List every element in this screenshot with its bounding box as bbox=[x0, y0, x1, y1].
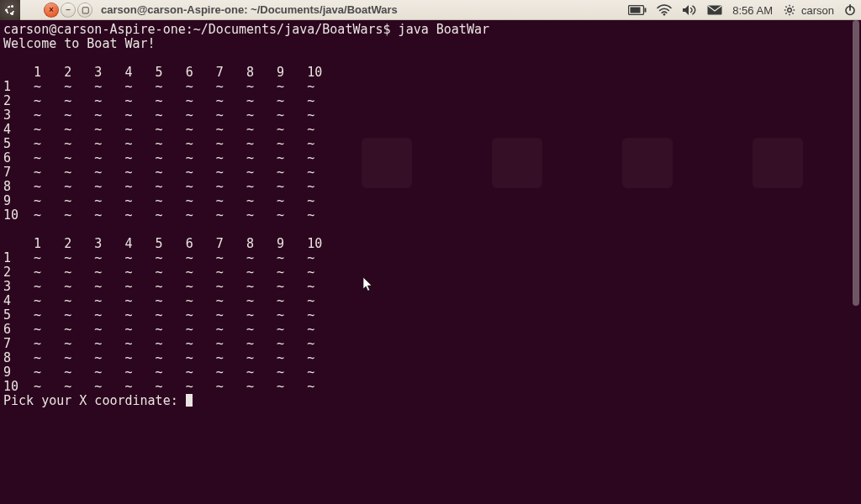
user-menu[interactable]: carson bbox=[783, 4, 834, 17]
menubar-indicators: 8:56 AM carson bbox=[628, 0, 856, 20]
shell-command: java BoatWar bbox=[399, 22, 489, 37]
grid-row: 10 ~ ~ ~ ~ ~ ~ ~ ~ ~ ~ bbox=[3, 207, 314, 223]
grid-row: 3 ~ ~ ~ ~ ~ ~ ~ ~ ~ ~ bbox=[3, 279, 314, 294]
grid-row: 4 ~ ~ ~ ~ ~ ~ ~ ~ ~ ~ bbox=[3, 122, 314, 137]
grid-row: 5 ~ ~ ~ ~ ~ ~ ~ ~ ~ ~ bbox=[3, 136, 314, 151]
menubar: × – ▢ carson@carson-Aspire-one: ~/Docume… bbox=[0, 0, 861, 20]
svg-point-8 bbox=[788, 8, 792, 13]
mail-icon[interactable] bbox=[707, 5, 722, 15]
grid-row: 8 ~ ~ ~ ~ ~ ~ ~ ~ ~ ~ bbox=[3, 350, 314, 365]
window-close-button[interactable]: × bbox=[44, 3, 59, 18]
grid-row: 5 ~ ~ ~ ~ ~ ~ ~ ~ ~ ~ bbox=[3, 307, 314, 323]
shell-prompt: carson@carson-Aspire-one:~/Documents/jav… bbox=[3, 22, 399, 37]
window-minimize-button[interactable]: – bbox=[61, 3, 76, 18]
svg-rect-4 bbox=[645, 8, 647, 13]
terminal-output[interactable]: carson@carson-Aspire-one:~/Documents/jav… bbox=[0, 20, 851, 504]
grid-row: 6 ~ ~ ~ ~ ~ ~ ~ ~ ~ ~ bbox=[3, 150, 314, 165]
svg-point-1 bbox=[11, 5, 13, 8]
grid-row: 10 ~ ~ ~ ~ ~ ~ ~ ~ ~ ~ bbox=[3, 379, 314, 394]
grid-row: 3 ~ ~ ~ ~ ~ ~ ~ ~ ~ ~ bbox=[3, 108, 314, 123]
grid-row: 4 ~ ~ ~ ~ ~ ~ ~ ~ ~ ~ bbox=[3, 293, 314, 308]
grid-row: 6 ~ ~ ~ ~ ~ ~ ~ ~ ~ ~ bbox=[3, 322, 314, 337]
vertical-scrollbar[interactable] bbox=[851, 20, 861, 504]
ubuntu-logo-icon[interactable] bbox=[0, 0, 20, 20]
grid-row: 1 ~ ~ ~ ~ ~ ~ ~ ~ ~ ~ bbox=[3, 250, 314, 265]
grid-row: 8 ~ ~ ~ ~ ~ ~ ~ ~ ~ ~ bbox=[3, 179, 314, 194]
output-line: Welcome to Boat War! bbox=[3, 36, 156, 51]
svg-line-15 bbox=[792, 6, 793, 7]
gear-icon bbox=[783, 4, 796, 16]
window-controls: × – ▢ bbox=[44, 3, 92, 18]
window-maximize-button[interactable]: ▢ bbox=[77, 3, 92, 18]
clock[interactable]: 8:56 AM bbox=[732, 4, 773, 17]
wifi-icon[interactable] bbox=[657, 4, 672, 16]
grid-row: 9 ~ ~ ~ ~ ~ ~ ~ ~ ~ ~ bbox=[3, 193, 314, 208]
svg-line-14 bbox=[792, 13, 793, 13]
scrollbar-thumb[interactable] bbox=[853, 20, 859, 306]
grid-row: 7 ~ ~ ~ ~ ~ ~ ~ ~ ~ ~ bbox=[3, 336, 314, 351]
svg-point-6 bbox=[663, 13, 666, 16]
svg-line-16 bbox=[785, 13, 786, 13]
battery-icon[interactable] bbox=[628, 5, 647, 15]
text-cursor bbox=[186, 394, 193, 407]
svg-rect-5 bbox=[631, 8, 641, 13]
svg-line-13 bbox=[785, 6, 786, 7]
grid-row: 2 ~ ~ ~ ~ ~ ~ ~ ~ ~ ~ bbox=[3, 93, 314, 108]
power-icon[interactable] bbox=[844, 4, 856, 16]
input-prompt: Pick your X coordinate: bbox=[3, 393, 186, 408]
grid-row: 1 ~ ~ ~ ~ ~ ~ ~ ~ ~ ~ bbox=[3, 79, 314, 94]
grid-header: 1 2 3 4 5 6 7 8 9 10 bbox=[3, 65, 322, 80]
volume-icon[interactable] bbox=[682, 4, 697, 16]
username-label: carson bbox=[801, 4, 834, 17]
window-title: carson@carson-Aspire-one: ~/Documents/ja… bbox=[101, 3, 398, 16]
grid-header: 1 2 3 4 5 6 7 8 9 10 bbox=[3, 236, 322, 251]
terminal-window[interactable]: carson@carson-Aspire-one:~/Documents/jav… bbox=[0, 20, 861, 504]
grid-row: 9 ~ ~ ~ ~ ~ ~ ~ ~ ~ ~ bbox=[3, 365, 314, 380]
grid-row: 7 ~ ~ ~ ~ ~ ~ ~ ~ ~ ~ bbox=[3, 165, 314, 180]
grid-row: 2 ~ ~ ~ ~ ~ ~ ~ ~ ~ ~ bbox=[3, 265, 314, 280]
